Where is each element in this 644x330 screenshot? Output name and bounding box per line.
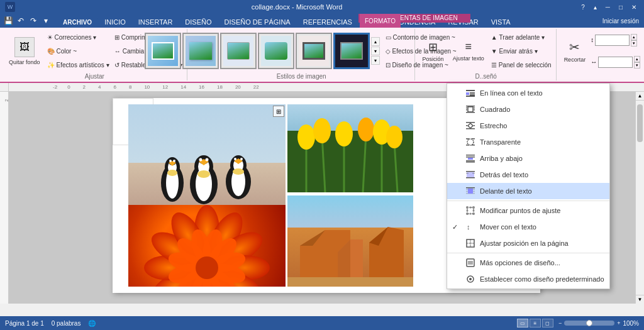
svg-point-15 — [199, 158, 203, 162]
quitar-fondo-button[interactable]: 🖼 Quitar fondo — [5, 30, 44, 72]
svg-point-126 — [469, 278, 472, 280]
svg-rect-72 — [466, 92, 469, 95]
web-view-button[interactable]: ◻ — [542, 319, 553, 327]
ruler-corner — [0, 83, 9, 91]
svg-rect-101 — [472, 173, 475, 174]
scroll-thumb[interactable] — [637, 104, 643, 142]
zoom-out-button[interactable]: − — [558, 320, 562, 326]
enviar-atras-button[interactable]: ▼ Enviar atrás ▾ — [489, 47, 553, 55]
posicion-button[interactable]: ⊞ Posición — [419, 38, 448, 64]
scroll-down-button[interactable]: ▼ — [636, 295, 644, 304]
desert-image[interactable] — [287, 195, 413, 287]
tab-diseno[interactable]: DISEÑO — [179, 16, 218, 28]
svg-rect-107 — [468, 189, 473, 194]
tab-referencias[interactable]: REFERENCIAS — [297, 16, 358, 28]
minimize-button[interactable]: ─ — [603, 3, 613, 11]
undo-quick-button[interactable]: ↶ — [15, 15, 26, 26]
menu-item-mas-opciones[interactable]: Más opciones de diseño... — [447, 255, 609, 271]
menu-item-detras[interactable]: Detrás del texto — [447, 167, 609, 183]
view-buttons: ▭ ≡ ◻ — [517, 319, 553, 327]
width-input[interactable]: 13,66 cm — [598, 57, 633, 68]
tab-formato[interactable]: FORMATO — [360, 14, 401, 28]
ribbon-toggle-button[interactable]: ▴ — [591, 3, 599, 11]
svg-rect-71 — [466, 90, 475, 91]
posicion-icon: ⊞ — [428, 40, 438, 54]
tulips-image[interactable] — [287, 104, 413, 192]
flower-image[interactable] — [128, 205, 286, 287]
ribbon-group-organizar: ⊞ Posición ≡ Ajustar texto ▲ Traer adela… — [416, 29, 557, 80]
height-down-button[interactable]: ▾ — [631, 40, 637, 47]
ajustar-texto-button[interactable]: ≡ Ajustar texto — [449, 38, 488, 63]
customize-quick-button[interactable]: ▾ — [40, 15, 52, 26]
efectos-imagen-icon: ◇ — [386, 48, 391, 55]
height-up-button[interactable]: ▴ — [631, 34, 637, 40]
menu-item-delante[interactable]: Delante del texto — [447, 183, 609, 199]
zoom-thumb[interactable] — [586, 320, 592, 326]
redo-quick-button[interactable]: ↷ — [28, 15, 39, 26]
efectos-artisticos-button[interactable]: ✨ Efectos artísticos ▾ — [45, 61, 111, 69]
vertical-scrollbar[interactable]: ▲ ▼ — [635, 92, 644, 304]
cambiar-icon: ↔ — [114, 48, 121, 55]
contorno-icon: ▭ — [386, 34, 391, 41]
scroll-up-button[interactable]: ▲ — [636, 92, 644, 101]
transparente-icon — [465, 136, 476, 148]
help-button[interactable]: ? — [579, 3, 587, 11]
gallery-more-button[interactable]: ▾ — [371, 56, 380, 65]
style-thumb-6[interactable] — [333, 33, 370, 69]
width-up-button[interactable]: ▴ — [634, 56, 640, 62]
ajustar-texto-dropdown: En línea con el texto Cuadrado Estrecho … — [447, 83, 610, 289]
menu-item-inline[interactable]: En línea con el texto — [447, 85, 609, 101]
menu-item-mover[interactable]: ✓ ↕ Mover con el texto — [447, 219, 609, 235]
close-button[interactable]: ✕ — [629, 3, 639, 11]
menu-item-modificar[interactable]: Modificar puntos de ajuste — [447, 202, 609, 219]
width-down-button[interactable]: ▾ — [634, 62, 640, 69]
tab-vista[interactable]: VISTA — [485, 16, 517, 28]
color-button[interactable]: 🎨 Color ~ — [45, 47, 111, 55]
penguin-svg — [141, 133, 273, 208]
svg-rect-96 — [466, 160, 475, 162]
svg-rect-86 — [474, 125, 475, 126]
maximize-button[interactable]: □ — [616, 3, 625, 11]
correcciones-button[interactable]: ☀ Correcciones ▾ — [45, 33, 111, 41]
word-icon: W — [5, 2, 15, 12]
svg-line-30 — [363, 135, 366, 192]
style-thumb-1[interactable] — [145, 33, 181, 69]
style-thumb-3[interactable] — [220, 33, 257, 69]
svg-point-16 — [206, 158, 209, 162]
width-label: ↔ — [591, 58, 597, 65]
gallery-down-button[interactable]: ▾ — [371, 47, 380, 55]
menu-item-establecer[interactable]: Establecer como diseño predeterminado — [447, 271, 609, 287]
tab-insertar[interactable]: INSERTAR — [132, 16, 179, 28]
signin-button[interactable]: Iniciar sesión — [597, 14, 644, 28]
tab-archivo[interactable]: ARCHIVO — [57, 17, 98, 28]
zoom-slider[interactable] — [564, 321, 614, 326]
tab-disenopagina[interactable]: DISEÑO DE PÁGINA — [218, 16, 297, 28]
penguins-image[interactable]: ⊞ — [128, 104, 286, 221]
height-input[interactable]: 10,25 cm — [595, 35, 630, 46]
read-view-button[interactable]: ≡ — [530, 319, 541, 327]
gallery-up-button[interactable]: ▴ — [371, 37, 380, 46]
svg-rect-82 — [466, 112, 475, 113]
image-handle[interactable]: ⊞ — [273, 106, 284, 117]
svg-point-113 — [470, 207, 472, 209]
recortar-button[interactable]: ✂ Recortar — [560, 30, 590, 72]
print-view-button[interactable]: ▭ — [517, 319, 528, 327]
style-thumb-4[interactable] — [258, 33, 294, 69]
svg-rect-87 — [466, 128, 475, 129]
save-quick-button[interactable]: 💾 — [3, 15, 14, 26]
status-bar: Página 1 de 1 0 palabras 🌐 ▭ ≡ ◻ − + 100… — [0, 316, 644, 330]
svg-rect-90 — [472, 138, 475, 140]
menu-item-cuadrado[interactable]: Cuadrado — [447, 101, 609, 118]
efectos-icon: ✨ — [47, 62, 55, 69]
menu-item-transparente[interactable]: Transparente — [447, 134, 609, 150]
menu-item-estrecho[interactable]: Estrecho — [447, 118, 609, 134]
traer-adelante-button[interactable]: ▲ Traer adelante ▾ — [489, 33, 553, 41]
style-thumb-5[interactable] — [296, 33, 332, 69]
panel-seleccion-button[interactable]: ☰ Panel de selección — [489, 61, 553, 69]
style-thumb-2[interactable] — [182, 33, 219, 69]
establecer-icon — [465, 273, 476, 285]
zoom-in-button[interactable]: + — [617, 320, 620, 326]
menu-item-arribayabajo[interactable]: Arriba y abajo — [447, 150, 609, 167]
menu-item-posicion-pagina[interactable]: Ajustar posición en la página — [447, 235, 609, 251]
tab-inicio[interactable]: INICIO — [98, 16, 132, 28]
